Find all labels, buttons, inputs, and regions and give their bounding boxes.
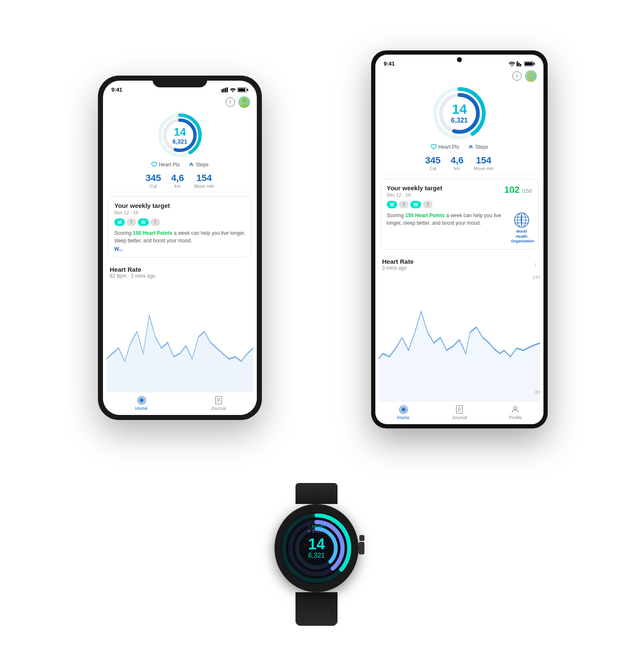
km-value-right: 4,6 [451, 155, 464, 166]
svg-point-15 [140, 399, 143, 402]
weekly-score-denom: /150 [522, 188, 532, 194]
highlight-left: 150 Heart Points [133, 230, 172, 236]
weekly-score-num: 102 [504, 184, 520, 195]
heart-rate-sub-left: 82 bpm · 3 mins ago [110, 273, 250, 279]
svg-rect-27 [534, 63, 535, 65]
watch-button [359, 535, 364, 541]
avatar-right[interactable] [525, 70, 537, 82]
nav-profile-label-right: Profile [509, 415, 522, 420]
movemin-label-right: Move min [474, 166, 494, 171]
weekly-text-left: Scoring 150 Heart Points a week can help… [114, 229, 245, 244]
watch-band-bottom [295, 592, 338, 626]
watch-center: 14 6,321 [308, 537, 325, 559]
nav-journal-label-left: Journal [211, 406, 226, 411]
watch-heart-pts: 14 [308, 537, 325, 552]
steps-left: 6,321 [172, 138, 187, 144]
svg-point-41 [402, 408, 405, 411]
nav-journal-left[interactable]: Journal [206, 396, 231, 411]
movemin-value-right: 154 [474, 155, 494, 166]
day-t2-right: T [423, 201, 433, 208]
iphone-notch [153, 76, 207, 87]
svg-point-21 [512, 65, 513, 66]
svg-point-9 [240, 104, 248, 108]
svg-rect-22 [517, 61, 518, 66]
watch-label-heart: ♡ HEART [307, 524, 326, 528]
ring-container-left: 14 6,321 [103, 108, 257, 160]
weekly-date-left: Dec 12 - 19 [114, 210, 245, 215]
top-bar-left: i [103, 94, 257, 108]
movemin-value-left: 154 [194, 173, 214, 184]
weekly-score-right: 102 /150 [504, 184, 532, 195]
nav-profile-right[interactable]: Profile [503, 405, 528, 420]
legend-right: Heart Pts Steps [375, 142, 543, 152]
svg-rect-1 [223, 88, 224, 92]
who-text: World Health Organization [511, 229, 532, 244]
day-bar-left: M T W T [114, 218, 245, 226]
svg-point-8 [242, 98, 247, 103]
bottom-nav-right: Home Journal Profile [375, 401, 543, 424]
cal-label-right: Cal [425, 166, 441, 171]
info-icon-right[interactable]: i [512, 71, 522, 81]
svg-rect-2 [225, 88, 226, 92]
day-bar-right: M T W T [387, 201, 532, 208]
heart-rate-section-left: Heart Rate 82 bpm · 3 mins ago [103, 262, 257, 281]
legend-left: Heart Pts Steps [103, 160, 257, 169]
watch-body: ♡ HEART ↺ STEPS 14 6,321 [274, 504, 359, 592]
weekly-date-right: Dec 12 - 19 [387, 192, 504, 197]
phone-right: 9:41 i [371, 50, 548, 428]
svg-point-28 [528, 72, 533, 77]
day-m-left: M [114, 218, 125, 226]
weekly-title-left: Your weekly target [114, 202, 245, 209]
svg-rect-26 [525, 62, 533, 65]
info-icon-left[interactable]: i [226, 97, 235, 107]
watch-crown [359, 542, 364, 554]
heart-rate-title-left: Heart Rate [110, 266, 250, 273]
weekly-link-left[interactable]: W... [114, 246, 245, 252]
who-badge: World Health Organization [511, 212, 532, 244]
svg-rect-23 [518, 63, 520, 66]
heart-pts-left: 14 [172, 126, 187, 138]
heart-rate-sub-right: 3 mins ago [382, 265, 414, 271]
heart-rate-title-right: Heart Rate [382, 258, 414, 265]
weekly-card-right: Your weekly target Dec 12 - 19 102 /150 … [380, 179, 538, 249]
movemin-label-left: Move min [194, 184, 214, 189]
km-value-left: 4,6 [171, 173, 184, 184]
weekly-card-left: Your weekly target Dec 12 - 19 M T W T S… [108, 197, 252, 257]
heart-pts-right: 14 [451, 102, 468, 117]
svg-rect-3 [227, 87, 228, 92]
day-t-left: T [127, 218, 136, 226]
svg-point-4 [232, 91, 234, 92]
watch-steps: 6,321 [308, 552, 325, 559]
chart-area-right: 140 80 [375, 273, 543, 401]
phone-left: 9:41 i [98, 76, 262, 420]
nav-home-label-right: Home [397, 415, 409, 420]
watch-screen: ♡ HEART ↺ STEPS 14 6,321 [281, 512, 352, 584]
heart-rate-section-right: Heart Rate 3 mins ago › [375, 254, 543, 273]
svg-point-29 [527, 78, 535, 82]
cal-value-left: 345 [146, 173, 161, 184]
day-t-right: T [399, 201, 409, 208]
chevron-right-icon[interactable]: › [534, 260, 537, 269]
scene: 9:41 i [85, 42, 548, 630]
punch-hole [457, 57, 462, 62]
weekly-title-right: Your weekly target [387, 184, 504, 192]
day-w-left: W [138, 218, 149, 226]
km-label-right: km [451, 166, 464, 171]
km-label-left: km [171, 184, 184, 189]
nav-home-left[interactable]: Home [129, 396, 154, 411]
nav-journal-label-right: Journal [452, 415, 467, 420]
chart-y-max: 140 [533, 275, 540, 280]
svg-rect-24 [520, 64, 521, 66]
avatar-left[interactable] [238, 96, 250, 108]
who-logo-icon [513, 212, 530, 228]
svg-rect-6 [238, 88, 245, 91]
stats-row-right: 345 Cal 4,6 km 154 Move min [375, 152, 543, 174]
nav-home-right[interactable]: Home [391, 405, 416, 420]
top-bar-right: i [375, 68, 543, 82]
nav-journal-right[interactable]: Journal [447, 405, 472, 420]
cal-value-right: 345 [425, 155, 441, 166]
svg-rect-7 [247, 89, 248, 91]
svg-point-47 [514, 407, 517, 410]
highlight-right: 150 Heart Points [405, 213, 445, 218]
watch-band-top [295, 483, 338, 504]
